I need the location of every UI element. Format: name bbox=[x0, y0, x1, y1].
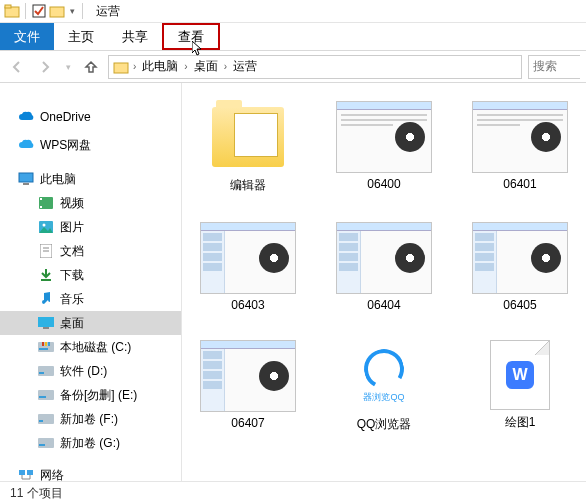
wps-thumbnail: W bbox=[490, 340, 550, 410]
back-button[interactable] bbox=[6, 56, 28, 78]
svg-rect-16 bbox=[38, 317, 54, 327]
download-icon bbox=[38, 267, 54, 283]
file-item-video[interactable]: 06403 bbox=[200, 222, 296, 312]
sidebar-item-onedrive[interactable]: OneDrive bbox=[0, 105, 181, 129]
svg-rect-28 bbox=[39, 420, 43, 422]
forward-button[interactable] bbox=[34, 56, 56, 78]
svg-rect-8 bbox=[40, 198, 42, 200]
video-icon bbox=[38, 195, 54, 211]
cloud-icon bbox=[18, 137, 34, 153]
sidebar-item-videos[interactable]: 视频 bbox=[0, 191, 181, 215]
sidebar-label: 文档 bbox=[60, 243, 84, 260]
file-label: 06400 bbox=[336, 177, 432, 191]
svg-rect-25 bbox=[38, 390, 54, 400]
sidebar-item-disk-f[interactable]: 新加卷 (F:) bbox=[0, 407, 181, 431]
tab-view[interactable]: 查看 bbox=[162, 23, 220, 50]
sidebar-label: 本地磁盘 (C:) bbox=[60, 339, 131, 356]
svg-rect-19 bbox=[39, 348, 48, 350]
file-item-video[interactable]: 06401 bbox=[472, 101, 568, 194]
qq-sublabel: 器浏览QQ bbox=[363, 391, 404, 404]
svg-rect-29 bbox=[38, 438, 54, 448]
chevron-right-icon[interactable]: › bbox=[182, 61, 189, 72]
sidebar-label: 软件 (D:) bbox=[60, 363, 107, 380]
ribbon-tabs: 文件 主页 共享 查看 bbox=[0, 23, 586, 51]
checkbox-icon[interactable] bbox=[31, 3, 47, 19]
sidebar-item-pictures[interactable]: 图片 bbox=[0, 215, 181, 239]
breadcrumb-root[interactable]: 此电脑 bbox=[140, 58, 180, 75]
recent-dropdown[interactable]: ▾ bbox=[62, 56, 74, 78]
desktop-icon bbox=[38, 315, 54, 331]
file-label: 06405 bbox=[472, 298, 568, 312]
svg-rect-3 bbox=[50, 7, 64, 17]
content-pane[interactable]: 编辑器 06400 06401 bbox=[182, 83, 586, 481]
svg-rect-22 bbox=[48, 342, 50, 346]
explorer-body: OneDrive WPS网盘 此电脑 视频 图片 文档 下载 音乐 桌面 本地磁… bbox=[0, 83, 586, 481]
svg-rect-17 bbox=[43, 327, 49, 329]
file-item-folder[interactable]: 编辑器 bbox=[200, 101, 296, 194]
sidebar-label: OneDrive bbox=[40, 110, 91, 124]
sidebar-item-music[interactable]: 音乐 bbox=[0, 287, 181, 311]
sidebar-item-downloads[interactable]: 下载 bbox=[0, 263, 181, 287]
svg-rect-23 bbox=[38, 366, 54, 376]
drive-icon bbox=[38, 363, 54, 379]
file-item-qq[interactable]: 器浏览QQ QQ浏览器 bbox=[336, 340, 432, 433]
file-item-video[interactable]: 06405 bbox=[472, 222, 568, 312]
svg-rect-31 bbox=[19, 470, 25, 475]
drive-icon bbox=[38, 435, 54, 451]
tab-view-label: 查看 bbox=[178, 28, 204, 46]
svg-rect-1 bbox=[5, 5, 11, 8]
video-thumbnail bbox=[472, 222, 568, 294]
sidebar-label: WPS网盘 bbox=[40, 137, 91, 154]
up-button[interactable] bbox=[80, 56, 102, 78]
sidebar-item-disk-c[interactable]: 本地磁盘 (C:) bbox=[0, 335, 181, 359]
search-input[interactable]: 搜索 bbox=[528, 55, 580, 79]
sidebar-label: 桌面 bbox=[60, 315, 84, 332]
file-label: 06407 bbox=[200, 416, 296, 430]
svg-rect-27 bbox=[38, 414, 54, 424]
folder-thumbnail bbox=[200, 101, 296, 173]
sidebar-label: 此电脑 bbox=[40, 171, 76, 188]
tab-share[interactable]: 共享 bbox=[108, 23, 162, 50]
sidebar-item-network[interactable]: 网络 bbox=[0, 463, 181, 481]
svg-rect-26 bbox=[39, 396, 46, 398]
video-thumbnail bbox=[336, 101, 432, 173]
sidebar-item-disk-g[interactable]: 新加卷 (G:) bbox=[0, 431, 181, 455]
tab-file[interactable]: 文件 bbox=[0, 23, 54, 50]
sidebar-item-wps[interactable]: WPS网盘 bbox=[0, 133, 181, 157]
sidebar-label: 音乐 bbox=[60, 291, 84, 308]
separator bbox=[25, 3, 26, 19]
chevron-right-icon[interactable]: › bbox=[222, 61, 229, 72]
breadcrumb-seg2[interactable]: 运营 bbox=[231, 58, 259, 75]
drive-icon bbox=[38, 411, 54, 427]
address-bar[interactable]: › 此电脑 › 桌面 › 运营 bbox=[108, 55, 522, 79]
svg-rect-4 bbox=[114, 63, 128, 73]
breadcrumb-seg1[interactable]: 桌面 bbox=[192, 58, 220, 75]
file-label: QQ浏览器 bbox=[336, 416, 432, 433]
sidebar-item-thispc[interactable]: 此电脑 bbox=[0, 167, 181, 191]
titlebar: ▾ 运营 bbox=[0, 0, 586, 23]
drive-icon bbox=[38, 387, 54, 403]
file-item-wps[interactable]: W 绘图1 bbox=[472, 340, 568, 433]
folder-small-icon[interactable] bbox=[49, 3, 65, 19]
svg-point-11 bbox=[43, 224, 46, 227]
chevron-right-icon[interactable]: › bbox=[131, 61, 138, 72]
sidebar-label: 网络 bbox=[40, 467, 64, 482]
monitor-icon bbox=[18, 171, 34, 187]
video-thumbnail bbox=[200, 222, 296, 294]
tab-home[interactable]: 主页 bbox=[54, 23, 108, 50]
dropdown-icon[interactable]: ▾ bbox=[67, 3, 77, 19]
sidebar-label: 新加卷 (F:) bbox=[60, 411, 118, 428]
sidebar-item-disk-d[interactable]: 软件 (D:) bbox=[0, 359, 181, 383]
svg-rect-20 bbox=[42, 342, 44, 346]
sidebar-item-documents[interactable]: 文档 bbox=[0, 239, 181, 263]
file-item-video[interactable]: 06404 bbox=[336, 222, 432, 312]
file-item-video[interactable]: 06407 bbox=[200, 340, 296, 433]
file-item-video[interactable]: 06400 bbox=[336, 101, 432, 194]
sidebar-item-desktop[interactable]: 桌面 bbox=[0, 311, 181, 335]
svg-rect-21 bbox=[45, 342, 47, 346]
video-thumbnail bbox=[336, 222, 432, 294]
sidebar-item-disk-e[interactable]: 备份[勿删] (E:) bbox=[0, 383, 181, 407]
file-label: 绘图1 bbox=[472, 414, 568, 431]
picture-icon bbox=[38, 219, 54, 235]
separator bbox=[82, 3, 83, 19]
